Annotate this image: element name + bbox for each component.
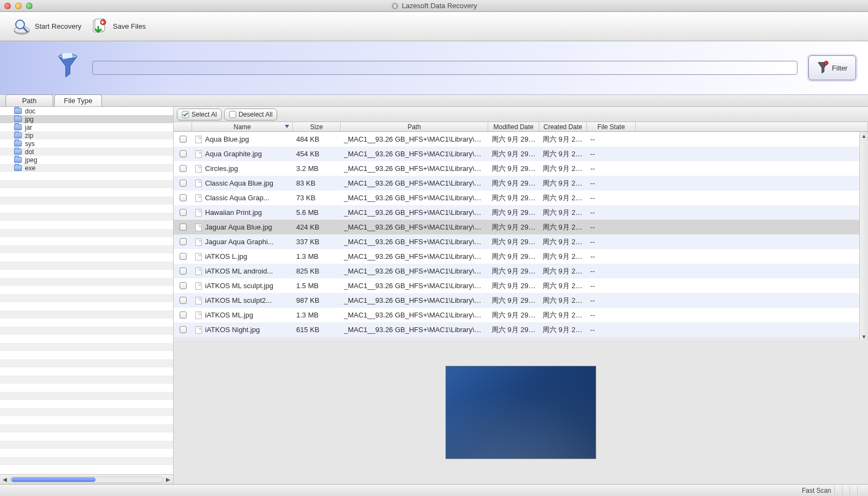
sidebar-item-jpg[interactable]: jpg bbox=[0, 115, 173, 123]
table-row[interactable]: Hawaiian Print.jpg5.6 MB_MAC1__93.26 GB_… bbox=[174, 205, 868, 220]
folder-icon bbox=[14, 157, 22, 163]
filter-input[interactable] bbox=[92, 61, 797, 75]
sidebar-item-doc[interactable]: doc bbox=[0, 107, 173, 115]
deselect-all-button[interactable]: Deselect All bbox=[224, 109, 278, 120]
col-size-label: Size bbox=[310, 123, 323, 131]
svg-point-11 bbox=[824, 61, 828, 65]
cell-name: iATKOS L.jpg bbox=[205, 252, 247, 260]
col-state[interactable]: File State bbox=[587, 122, 636, 131]
file-type-list[interactable]: docjpgjarzipsysdotjpegexe bbox=[0, 107, 173, 474]
cell-modified: 周六 9月 29 ... bbox=[488, 149, 539, 159]
table-row[interactable]: iATKOS ML sculpt.jpg1.5 MB_MAC1__93.26 G… bbox=[174, 278, 868, 293]
row-checkbox[interactable] bbox=[180, 297, 187, 304]
folder-icon bbox=[14, 116, 22, 122]
sidebar-h-scrollbar[interactable]: ◀ ▶ bbox=[0, 474, 173, 484]
table-row[interactable]: iATKOS ML android...825 KB_MAC1__93.26 G… bbox=[174, 264, 868, 278]
sidebar-item-label: jpg bbox=[25, 116, 34, 123]
col-size[interactable]: Size bbox=[293, 122, 341, 131]
row-checkbox[interactable] bbox=[180, 150, 187, 157]
col-spacer bbox=[636, 122, 868, 131]
filter-button[interactable]: Filter bbox=[808, 55, 856, 80]
row-checkbox[interactable] bbox=[180, 165, 187, 172]
table-row[interactable]: Jaguar Aqua Graphi...337 KB_MAC1__93.26 … bbox=[174, 234, 868, 249]
file-icon bbox=[195, 297, 202, 304]
file-icon bbox=[195, 224, 202, 231]
table-row[interactable]: iATKOS ML.jpg1.3 MB_MAC1__93.26 GB_HFS+\… bbox=[174, 308, 868, 322]
tab-path[interactable]: Path bbox=[5, 94, 53, 106]
row-checkbox[interactable] bbox=[180, 268, 187, 275]
cell-created: 周六 9月 29 ... bbox=[539, 135, 587, 144]
row-checkbox[interactable] bbox=[180, 282, 187, 289]
cell-modified: 周六 9月 29 ... bbox=[488, 193, 539, 203]
save-files-button[interactable]: Save Files bbox=[88, 16, 148, 37]
cell-state: -- bbox=[587, 208, 636, 217]
row-checkbox[interactable] bbox=[180, 253, 187, 260]
cell-created: 周六 9月 29 ... bbox=[539, 164, 587, 174]
start-recovery-button[interactable]: Start Recovery bbox=[10, 16, 84, 37]
cell-created: 周六 9月 29 ... bbox=[539, 237, 587, 247]
table-v-scrollbar[interactable]: ▲ ▼ bbox=[859, 132, 868, 340]
row-checkbox[interactable] bbox=[180, 238, 187, 245]
row-checkbox[interactable] bbox=[180, 224, 187, 231]
status-cells bbox=[834, 486, 865, 495]
col-path[interactable]: Path bbox=[341, 122, 488, 131]
tab-file-type[interactable]: File Type bbox=[54, 94, 102, 106]
col-created[interactable]: Created Date bbox=[539, 122, 587, 131]
table-body[interactable]: Aqua Blue.jpg484 KB_MAC1__93.26 GB_HFS+\… bbox=[174, 132, 868, 337]
row-checkbox[interactable] bbox=[180, 194, 187, 201]
scroll-thumb[interactable] bbox=[11, 478, 95, 482]
sidebar-item-jar[interactable]: jar bbox=[0, 123, 173, 131]
cell-modified: 周六 9月 29 ... bbox=[488, 208, 539, 218]
col-checkbox[interactable] bbox=[174, 122, 192, 131]
table-row[interactable]: Classic Aqua Blue.jpg83 KB_MAC1__93.26 G… bbox=[174, 176, 868, 190]
table-row[interactable]: Aqua Graphite.jpg454 KB_MAC1__93.26 GB_H… bbox=[174, 147, 868, 161]
row-checkbox[interactable] bbox=[180, 326, 187, 333]
col-modified[interactable]: Modified Date bbox=[488, 122, 539, 131]
cell-name: Circles.jpg bbox=[205, 164, 238, 173]
cell-size: 337 KB bbox=[293, 238, 341, 246]
main-split: docjpgjarzipsysdotjpegexe ◀ ▶ Select Al … bbox=[0, 107, 868, 484]
cell-created: 周六 9月 29 ... bbox=[539, 281, 587, 291]
sidebar-item-zip[interactable]: zip bbox=[0, 131, 173, 139]
content-area: Select Al Deselect All Name Size Path Mo… bbox=[174, 107, 868, 484]
cell-state: -- bbox=[587, 150, 636, 158]
row-checkbox[interactable] bbox=[180, 136, 187, 143]
sidebar-item-sys[interactable]: sys bbox=[0, 139, 173, 148]
cell-size: 484 KB bbox=[293, 135, 341, 143]
cell-size: 615 KB bbox=[293, 326, 341, 334]
scroll-left-arrow-icon[interactable]: ◀ bbox=[1, 476, 9, 484]
scroll-down-arrow-icon[interactable]: ▼ bbox=[860, 333, 868, 340]
cell-created: 周六 9月 29 ... bbox=[539, 222, 587, 232]
row-checkbox[interactable] bbox=[180, 180, 187, 187]
deselect-all-label: Deselect All bbox=[239, 111, 273, 118]
table-row[interactable]: Classic Aqua Grap...73 KB_MAC1__93.26 GB… bbox=[174, 190, 868, 205]
cell-name: iATKOS ML.jpg bbox=[205, 311, 253, 319]
scroll-right-arrow-icon[interactable]: ▶ bbox=[164, 476, 172, 484]
row-checkbox[interactable] bbox=[180, 209, 187, 216]
cell-state: -- bbox=[587, 282, 636, 290]
col-name[interactable]: Name bbox=[192, 122, 293, 131]
table-row[interactable]: Aqua Blue.jpg484 KB_MAC1__93.26 GB_HFS+\… bbox=[174, 132, 868, 147]
sidebar-item-exe[interactable]: exe bbox=[0, 164, 173, 172]
select-all-button[interactable]: Select Al bbox=[177, 109, 222, 120]
cell-path: _MAC1__93.26 GB_HFS+\MAC1\Library\De... bbox=[341, 223, 488, 231]
table-row[interactable]: Jaguar Aqua Blue.jpg424 KB_MAC1__93.26 G… bbox=[174, 220, 868, 234]
svg-rect-13 bbox=[229, 111, 236, 118]
scroll-track[interactable] bbox=[10, 476, 163, 483]
folder-icon bbox=[14, 132, 22, 138]
scroll-up-arrow-icon[interactable]: ▲ bbox=[860, 132, 868, 139]
cell-created: 周六 9月 29 ... bbox=[539, 296, 587, 306]
cell-name: iATKOS Night.jpg bbox=[205, 326, 260, 334]
table-row[interactable]: Circles.jpg3.2 MB_MAC1__93.26 GB_HFS+\MA… bbox=[174, 161, 868, 176]
row-checkbox[interactable] bbox=[180, 311, 187, 319]
funnel-small-icon bbox=[817, 61, 829, 75]
file-icon bbox=[195, 311, 202, 319]
table-row[interactable]: iATKOS Night.jpg615 KB_MAC1__93.26 GB_HF… bbox=[174, 322, 868, 337]
sidebar-item-dot[interactable]: dot bbox=[0, 148, 173, 156]
table-row[interactable]: iATKOS ML sculpt2...987 KB_MAC1__93.26 G… bbox=[174, 293, 868, 308]
tab-file-type-label: File Type bbox=[64, 97, 93, 105]
col-modified-label: Modified Date bbox=[493, 123, 533, 131]
table-row[interactable]: iATKOS L.jpg1.3 MB_MAC1__93.26 GB_HFS+\M… bbox=[174, 249, 868, 264]
magnifier-disk-icon bbox=[12, 17, 31, 36]
sidebar-item-jpeg[interactable]: jpeg bbox=[0, 156, 173, 164]
